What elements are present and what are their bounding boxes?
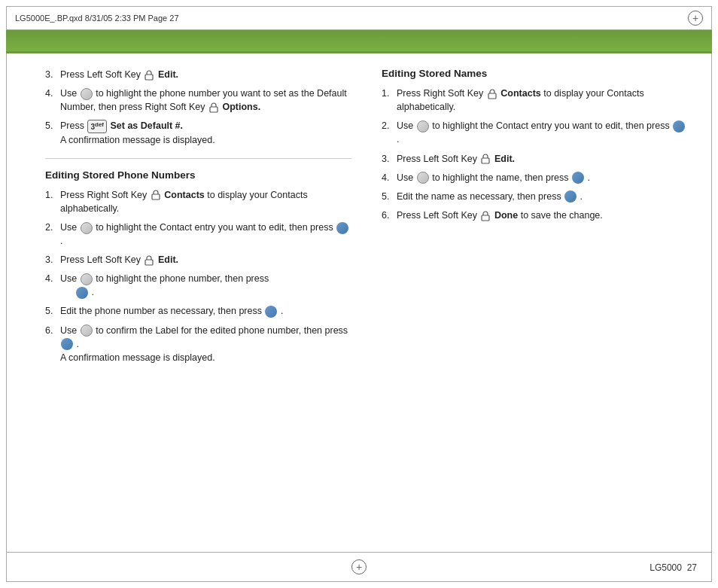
list-content: Use to highlight the name, then press . <box>397 171 688 184</box>
list-number: 3. <box>45 253 60 267</box>
section-heading: Editing Stored Names <box>382 68 688 79</box>
registration-mark-bottom <box>351 559 367 574</box>
list-item: 1. Press Right Soft Key Contacts to disp… <box>45 188 351 215</box>
list-content: Edit the name as necessary, then press . <box>397 190 688 203</box>
softkey-icon <box>208 102 219 113</box>
svg-rect-3 <box>145 260 153 265</box>
bold-text: Contacts <box>164 190 204 200</box>
ok-icon <box>564 190 577 203</box>
softkey-icon <box>144 255 154 266</box>
print-info: LG5000E_.BP.qxd 8/31/05 2:33 PM Page 27 <box>15 14 682 23</box>
list-number: 2. <box>382 119 397 146</box>
list-number: 4. <box>382 171 397 184</box>
green-accent-line <box>6 51 712 53</box>
list-item: 1. Press Right Soft Key Contacts to disp… <box>382 87 688 114</box>
list-content: Press Left Soft Key Edit. <box>60 253 351 267</box>
brand-text: LG5000 <box>650 562 682 573</box>
list-content: Edit the phone number as necessary, then… <box>60 304 351 318</box>
list-number: 3. <box>382 152 397 166</box>
section-heading: Editing Stored Phone Numbers <box>45 169 351 181</box>
list-number: 6. <box>45 324 60 364</box>
scroll-icon <box>81 88 93 100</box>
bold-text: Edit. <box>494 154 515 164</box>
list-item: 5. Edit the name as necessary, then pres… <box>382 190 688 203</box>
ok-icon <box>336 222 348 234</box>
divider <box>45 158 351 159</box>
list-content: Use to highlight the phone number, then … <box>60 272 351 299</box>
softkey-icon <box>480 154 491 164</box>
bold-text: Done <box>494 210 518 221</box>
bold-text: Edit. <box>158 69 178 80</box>
svg-rect-6 <box>482 215 489 221</box>
intro-list: 3. Press Left Soft Key Edit. 4. Use <box>45 68 351 148</box>
ok-icon <box>572 172 584 184</box>
scroll-icon <box>417 172 429 184</box>
key3-icon: 3def <box>87 120 107 134</box>
list-number: 5. <box>382 190 397 203</box>
list-number: 3. <box>45 68 60 81</box>
subtext: . <box>60 285 351 299</box>
list-number: 5. <box>45 304 60 318</box>
list-item: 4. Use to highlight the phone number you… <box>45 87 351 114</box>
scroll-icon <box>81 273 93 285</box>
scroll-icon <box>417 120 429 133</box>
list-item: 4. Use to highlight the phone number, th… <box>45 272 351 299</box>
bold-text: Edit. <box>158 254 178 265</box>
list-content: Press 3def Set as Default #. A confirmat… <box>60 119 351 147</box>
list-content: Use to highlight the Contact entry you w… <box>60 221 351 248</box>
main-content: 3. Press Left Soft Key Edit. 4. Use <box>45 68 688 550</box>
list-content: Press Left Soft Key Done to save the cha… <box>397 209 688 222</box>
list-number: 6. <box>382 209 397 222</box>
list-content: Press Right Soft Key Contacts to display… <box>60 188 351 215</box>
list-item: 5. Press 3def Set as Default #. A confir… <box>45 119 351 147</box>
softkey-icon <box>151 190 161 200</box>
list-item: 6. Use to confirm the Label for the edit… <box>45 324 351 364</box>
list-number: 5. <box>45 119 60 147</box>
subtext: A confirmation message is displayed. <box>60 133 351 147</box>
bold-text: Set as Default #. <box>110 120 183 131</box>
list-item: 3. Press Left Soft Key Edit. <box>382 152 688 166</box>
svg-rect-5 <box>482 158 489 163</box>
list-item: 3. Press Left Soft Key Edit. <box>45 68 351 81</box>
left-column: 3. Press Left Soft Key Edit. 4. Use <box>45 68 351 550</box>
green-header-bar <box>6 30 712 51</box>
softkey-icon <box>480 211 491 221</box>
softkey-icon <box>144 70 154 81</box>
list-content: Press Left Soft Key Edit. <box>397 152 688 166</box>
svg-rect-2 <box>152 194 160 200</box>
ok-icon <box>265 306 277 318</box>
bold-text: Options. <box>222 102 260 112</box>
bold-text: Contacts <box>500 88 540 99</box>
list-content: Use to highlight the phone number you wa… <box>60 87 351 114</box>
softkey-icon <box>487 89 497 99</box>
scroll-icon <box>81 222 93 234</box>
list-content: Use to confirm the Label for the edited … <box>60 324 351 364</box>
footer-brand: LG5000 27 <box>650 562 697 573</box>
stored-names-list: 1. Press Right Soft Key Contacts to disp… <box>382 87 688 222</box>
list-item: 5. Edit the phone number as necessary, t… <box>45 304 351 318</box>
list-content: Press Left Soft Key Edit. <box>60 68 351 81</box>
subtext: A confirmation message is displayed. <box>60 351 351 364</box>
registration-mark-header <box>688 11 703 26</box>
list-item: 6. Press Left Soft Key Done to save the … <box>382 209 688 222</box>
scroll-icon <box>81 324 93 337</box>
ok-icon <box>61 338 73 350</box>
phone-numbers-list: 1. Press Right Soft Key Contacts to disp… <box>45 188 351 364</box>
svg-rect-4 <box>488 93 496 99</box>
svg-rect-1 <box>210 107 218 112</box>
svg-rect-0 <box>145 75 153 80</box>
ok-icon <box>673 120 685 133</box>
list-number: 4. <box>45 87 60 114</box>
phone-numbers-section: Editing Stored Phone Numbers 1. Press Ri… <box>45 169 351 364</box>
list-number: 4. <box>45 272 60 299</box>
list-number: 1. <box>382 87 397 114</box>
list-content: Press Right Soft Key Contacts to display… <box>397 87 688 114</box>
list-item: 2. Use to highlight the Contact entry yo… <box>45 221 351 248</box>
list-number: 1. <box>45 188 60 215</box>
list-item: 3. Press Left Soft Key Edit. <box>45 253 351 267</box>
list-number: 2. <box>45 221 60 248</box>
page-number: 27 <box>687 562 697 573</box>
ok-icon <box>76 287 88 299</box>
right-column: Editing Stored Names 1. Press Right Soft… <box>382 68 688 550</box>
header-bar: LG5000E_.BP.qxd 8/31/05 2:33 PM Page 27 <box>6 6 712 30</box>
